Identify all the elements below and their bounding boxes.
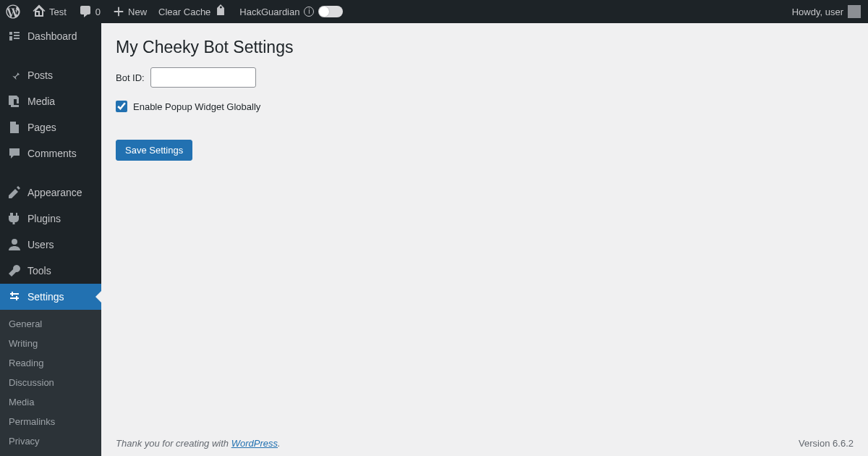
enable-popup-label: Enable Popup Widget Globally — [133, 101, 260, 112]
settings-submenu: General Writing Reading Discussion Media… — [0, 310, 101, 456]
sidebar-item-media[interactable]: Media — [0, 88, 101, 114]
sidebar-item-settings[interactable]: Settings — [0, 284, 101, 310]
submenu-privacy[interactable]: Privacy — [0, 431, 101, 451]
sidebar-item-label: Comments — [27, 148, 77, 159]
submenu-media[interactable]: Media — [0, 392, 101, 412]
wp-logo[interactable] — [0, 0, 26, 23]
hackguardian-label: HackGuardian — [239, 7, 299, 17]
sidebar-item-appearance[interactable]: Appearance — [0, 180, 101, 206]
new-label: New — [128, 7, 147, 17]
hackguardian-toggle[interactable] — [318, 6, 343, 17]
plus-icon — [112, 5, 125, 18]
comments-icon — [78, 4, 93, 19]
footer-prefix: Thank you for creating with — [116, 438, 231, 449]
bot-id-input[interactable] — [150, 67, 256, 88]
submenu-my-cheeky-bot[interactable]: My Cheeky Bot — [0, 451, 101, 456]
users-icon — [7, 237, 22, 252]
sidebar-item-label: Media — [27, 96, 55, 107]
clear-cache-link[interactable]: Clear Cache — [153, 0, 234, 23]
save-button[interactable]: Save Settings — [116, 140, 192, 161]
new-content-link[interactable]: New — [106, 0, 153, 23]
tag-icon — [210, 1, 231, 22]
clear-cache-label: Clear Cache — [158, 7, 210, 17]
home-icon — [32, 4, 46, 19]
howdy-text[interactable]: Howdy, user — [792, 7, 843, 17]
settings-icon — [7, 290, 22, 304]
footer-credit: Thank you for creating with WordPress. — [116, 438, 281, 449]
submenu-discussion[interactable]: Discussion — [0, 373, 101, 392]
sidebar-item-label: Settings — [27, 291, 64, 303]
pages-icon — [7, 120, 22, 135]
footer-suffix: . — [278, 438, 281, 449]
submenu-writing[interactable]: Writing — [0, 334, 101, 353]
pin-icon — [7, 68, 22, 83]
page-title: My Cheeky Bot Settings — [116, 38, 854, 57]
hackguardian-link[interactable]: HackGuardian i — [234, 0, 349, 23]
sidebar-item-label: Tools — [27, 265, 51, 276]
submenu-permalinks[interactable]: Permalinks — [0, 412, 101, 431]
sidebar-item-dashboard[interactable]: Dashboard — [0, 23, 101, 49]
sidebar-item-label: Users — [27, 239, 54, 250]
sidebar-item-users[interactable]: Users — [0, 232, 101, 258]
sidebar-item-posts[interactable]: Posts — [0, 62, 101, 88]
adminbar-right: Howdy, user — [792, 5, 868, 18]
footer: Thank you for creating with WordPress. V… — [116, 438, 854, 449]
enable-popup-checkbox[interactable] — [116, 101, 127, 112]
wordpress-link[interactable]: WordPress — [231, 438, 278, 449]
plugins-icon — [7, 211, 22, 226]
admin-sidebar: Dashboard Posts Media Pages Comments App… — [0, 23, 101, 456]
sidebar-item-label: Appearance — [27, 187, 82, 198]
info-icon: i — [304, 7, 314, 17]
sidebar-item-label: Posts — [27, 69, 53, 81]
sidebar-item-label: Pages — [27, 122, 56, 133]
media-icon — [7, 94, 22, 109]
wordpress-icon — [6, 4, 20, 19]
enable-popup-row: Enable Popup Widget Globally — [116, 101, 854, 112]
main-content: My Cheeky Bot Settings Bot ID: Enable Po… — [101, 23, 868, 456]
sidebar-item-pages[interactable]: Pages — [0, 114, 101, 140]
submenu-reading[interactable]: Reading — [0, 353, 101, 373]
comments-icon — [7, 146, 22, 161]
tools-icon — [7, 263, 22, 278]
sidebar-item-label: Plugins — [27, 213, 61, 224]
submenu-general[interactable]: General — [0, 314, 101, 334]
footer-version: Version 6.6.2 — [799, 438, 854, 449]
bot-id-row: Bot ID: — [116, 67, 854, 88]
dashboard-icon — [7, 29, 22, 43]
comments-link[interactable]: 0 — [72, 0, 106, 23]
site-name: Test — [49, 7, 67, 17]
appearance-icon — [7, 185, 22, 200]
sidebar-item-plugins[interactable]: Plugins — [0, 206, 101, 232]
sidebar-item-label: Dashboard — [27, 30, 77, 42]
admin-bar: Test 0 New Clear Cache HackGuardian i Ho… — [0, 0, 868, 23]
sidebar-item-tools[interactable]: Tools — [0, 258, 101, 284]
comments-count: 0 — [95, 7, 101, 17]
sidebar-item-comments[interactable]: Comments — [0, 140, 101, 166]
avatar[interactable] — [848, 5, 861, 18]
bot-id-label: Bot ID: — [116, 72, 145, 83]
site-name-link[interactable]: Test — [26, 0, 72, 23]
